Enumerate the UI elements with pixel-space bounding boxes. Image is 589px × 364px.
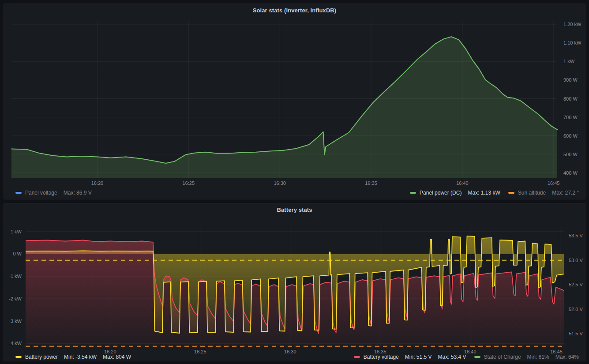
y-tick-label: 1.10 kW bbox=[563, 40, 581, 46]
solar-stats-panel: Solar stats (Inverter, InfluxDB) 16:2016… bbox=[4, 4, 585, 199]
legend-series-label: Battery power bbox=[25, 354, 58, 360]
legend-series-stat: Max: 804 W bbox=[103, 354, 131, 360]
legend-series-stat: Max: 27.2 ° bbox=[552, 190, 579, 196]
legend-series-label: Sun altitude bbox=[518, 190, 546, 196]
x-tick-label: 16:25 bbox=[183, 180, 195, 186]
legend-series-label: State of Charge bbox=[484, 354, 521, 360]
y-tick-label: 400 W bbox=[563, 170, 578, 176]
legend-series-stat: Max: 53.4 V bbox=[438, 354, 466, 360]
y-tick-label-right: 52.0 V bbox=[569, 307, 583, 312]
legend-item-battery-voltage[interactable]: Battery voltageMin: 51.5 VMax: 53.4 V bbox=[354, 354, 466, 360]
legend-series-label: Panel power (DC) bbox=[420, 190, 461, 196]
y-tick-label: 600 W bbox=[563, 133, 578, 139]
legend-series-stat: Min: 51.5 V bbox=[405, 354, 432, 360]
legend-group-left: Panel voltageMax: 86.9 V bbox=[15, 190, 100, 196]
legend-item-panel-power-dc-[interactable]: Panel power (DC)Max: 1.13 kW bbox=[410, 190, 500, 196]
x-tick-label: 16:45 bbox=[548, 180, 560, 186]
legend-series-stat: Max: 86.9 V bbox=[64, 190, 92, 196]
y-tick-label-left: -3 kW bbox=[4, 319, 22, 324]
legend-item-panel-voltage[interactable]: Panel voltageMax: 86.9 V bbox=[15, 190, 92, 196]
solar-chart-canvas[interactable] bbox=[4, 4, 586, 200]
x-tick-label: 16:40 bbox=[456, 180, 469, 186]
x-tick-label: 16:35 bbox=[365, 180, 377, 186]
legend-series-stat: Min: 61% bbox=[527, 354, 549, 360]
battery-stats-panel: Battery stats 16:2016:2516:3016:3516:401… bbox=[4, 203, 585, 361]
y-tick-label-left: -1 kW bbox=[4, 274, 22, 279]
legend-series-marker bbox=[354, 356, 360, 358]
legend-series-marker bbox=[474, 356, 480, 358]
legend-group-right: Panel power (DC)Max: 1.13 kWSun altitude… bbox=[402, 190, 579, 196]
y-tick-label-left: 1 kW bbox=[4, 229, 22, 235]
x-tick-label: 16:20 bbox=[91, 180, 104, 186]
legend-series-label: Battery voltage bbox=[364, 354, 399, 360]
y-tick-label-right: 52.5 V bbox=[569, 282, 583, 288]
legend-series-marker bbox=[410, 192, 416, 194]
battery-legend: Battery powerMin: -3.54 kWMax: 804 W Bat… bbox=[4, 353, 585, 361]
legend-series-marker bbox=[508, 192, 514, 194]
y-tick-label: 1 kW bbox=[563, 59, 574, 64]
legend-series-stat: Min: -3.54 kW bbox=[64, 354, 97, 360]
legend-group-right: Battery voltageMin: 51.5 VMax: 53.4 VSta… bbox=[346, 354, 579, 360]
y-tick-label: 1.20 kW bbox=[563, 22, 581, 27]
legend-item-battery-power[interactable]: Battery powerMin: -3.54 kWMax: 804 W bbox=[15, 354, 131, 360]
y-tick-label-right: 53.5 V bbox=[569, 233, 583, 239]
battery-chart-canvas[interactable] bbox=[4, 203, 586, 362]
y-tick-label-right: 51.5 V bbox=[569, 331, 583, 337]
legend-item-state-of-charge[interactable]: State of ChargeMin: 61%Max: 64% bbox=[474, 354, 579, 360]
y-tick-label-left: 0 W bbox=[4, 251, 22, 257]
y-tick-label: 900 W bbox=[563, 77, 578, 83]
y-tick-label: 500 W bbox=[563, 152, 578, 158]
y-tick-label-left: -4 kW bbox=[4, 341, 22, 346]
legend-series-stat: Max: 64% bbox=[555, 354, 579, 360]
legend-item-sun-altitude[interactable]: Sun altitudeMax: 27.2 ° bbox=[508, 190, 579, 196]
legend-series-label: Panel voltage bbox=[25, 190, 57, 196]
y-tick-label-left: -2 kW bbox=[4, 296, 22, 302]
y-tick-label: 800 W bbox=[563, 96, 578, 102]
y-tick-label-right: 53.0 V bbox=[569, 258, 583, 263]
legend-series-stat: Max: 1.13 kW bbox=[468, 190, 500, 196]
legend-series-marker bbox=[15, 356, 22, 358]
x-tick-label: 16:30 bbox=[274, 180, 286, 186]
legend-series-marker bbox=[15, 192, 22, 194]
solar-legend: Panel voltageMax: 86.9 V Panel power (DC… bbox=[4, 188, 585, 197]
y-tick-label: 700 W bbox=[563, 115, 578, 120]
legend-group-left: Battery powerMin: -3.54 kWMax: 804 W bbox=[15, 354, 139, 360]
